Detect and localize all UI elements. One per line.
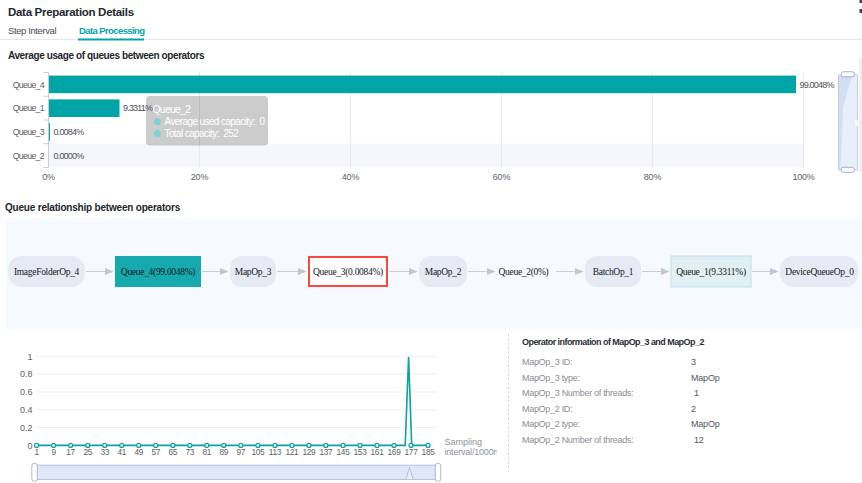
svg-text:Queue_1(9.3311%): Queue_1(9.3311%) [676, 267, 746, 278]
svg-text:Sampling: Sampling [445, 437, 483, 447]
svg-text:9: 9 [51, 447, 56, 457]
svg-text:1: 1 [27, 352, 32, 362]
svg-text:Queue_4: Queue_4 [13, 80, 45, 90]
svg-text:Queue_3: Queue_3 [13, 127, 45, 137]
svg-text:33: 33 [100, 447, 109, 457]
svg-text:20%: 20% [191, 172, 209, 182]
svg-text:3: 3 [691, 357, 696, 367]
svg-text:0.6: 0.6 [20, 387, 33, 397]
svg-text:81: 81 [202, 447, 211, 457]
svg-text:137: 137 [319, 447, 333, 457]
svg-text:Queue_4(99.0048%): Queue_4(99.0048%) [121, 267, 195, 278]
svg-text:153: 153 [354, 447, 368, 457]
svg-text:Total capacity: 252: Total capacity: 252 [165, 128, 240, 139]
svg-text:Queue_2: Queue_2 [153, 103, 192, 115]
svg-text:MapOp_3 ID:: MapOp_3 ID: [522, 357, 572, 367]
svg-text:Average used capacity: 0: Average used capacity: 0 [165, 116, 266, 127]
svg-text:0.4: 0.4 [20, 405, 33, 415]
svg-text:17: 17 [66, 447, 75, 457]
svg-text:113: 113 [269, 447, 282, 457]
svg-text:73: 73 [185, 447, 194, 457]
svg-text:MapOp_3 type:: MapOp_3 type: [522, 373, 580, 383]
svg-text:129: 129 [302, 447, 316, 457]
svg-text:MapOp_2: MapOp_2 [425, 267, 462, 277]
svg-text:60%: 60% [493, 172, 511, 182]
svg-text:Data Processing: Data Processing [79, 25, 145, 36]
svg-text:Step Interval: Step Interval [8, 25, 56, 36]
svg-text:Data Preparation Details: Data Preparation Details [8, 6, 134, 18]
svg-text:80%: 80% [644, 172, 662, 182]
svg-text:145: 145 [337, 447, 351, 457]
svg-text:DeviceQueueOp_0: DeviceQueueOp_0 [785, 267, 854, 277]
svg-text:Queue_3(0.0084%): Queue_3(0.0084%) [313, 267, 383, 278]
svg-text:97: 97 [236, 447, 245, 457]
svg-text:MapOp_2 Number of threads:: MapOp_2 Number of threads: [522, 435, 633, 445]
svg-text:0%: 0% [42, 172, 55, 182]
svg-text:MapOp_3 Number of threads:: MapOp_3 Number of threads: [522, 388, 633, 398]
svg-text:MapOp_2 ID:: MapOp_2 ID: [522, 404, 572, 414]
svg-text:57: 57 [151, 447, 160, 457]
svg-text:0.8: 0.8 [20, 369, 33, 379]
svg-text:ImageFolderOp_4: ImageFolderOp_4 [14, 267, 80, 277]
svg-text:1: 1 [694, 388, 699, 398]
svg-text:Operator information of MapOp_: Operator information of MapOp_3 and MapO… [522, 337, 704, 347]
svg-text:MapOp: MapOp [691, 419, 720, 429]
svg-text:12: 12 [694, 435, 704, 445]
svg-text:99.0048%: 99.0048% [800, 80, 835, 90]
svg-text:177: 177 [405, 447, 419, 457]
svg-text:MapOp: MapOp [691, 373, 720, 383]
svg-text:MapOp_3: MapOp_3 [235, 267, 272, 277]
svg-text:25: 25 [83, 447, 92, 457]
svg-text:169: 169 [388, 447, 402, 457]
svg-text:0: 0 [27, 441, 32, 451]
svg-text:0.0084%: 0.0084% [54, 127, 85, 137]
svg-text:40%: 40% [342, 172, 360, 182]
svg-text:interval/1000ms: interval/1000ms [445, 447, 506, 457]
svg-text:Queue_2(0%): Queue_2(0%) [499, 267, 549, 278]
svg-text:MapOp_2 type:: MapOp_2 type: [522, 419, 580, 429]
svg-text:BatchOp_1: BatchOp_1 [593, 267, 634, 277]
svg-text:105: 105 [251, 447, 265, 457]
svg-text:100%: 100% [792, 172, 814, 182]
svg-text:65: 65 [168, 447, 177, 457]
svg-text:49: 49 [134, 447, 143, 457]
svg-text:Average usage of queues betwee: Average usage of queues between operator… [8, 50, 205, 61]
svg-text:41: 41 [117, 447, 126, 457]
svg-text:185: 185 [422, 447, 436, 457]
svg-text:89: 89 [219, 447, 228, 457]
svg-text:121: 121 [285, 447, 299, 457]
svg-text:Queue_1: Queue_1 [13, 103, 45, 113]
svg-text:0.2: 0.2 [20, 423, 33, 433]
svg-text:Queue relationship between ope: Queue relationship between operators [5, 202, 181, 213]
svg-text:161: 161 [371, 447, 385, 457]
svg-text:0.0000%: 0.0000% [54, 151, 85, 161]
svg-text:1: 1 [34, 447, 39, 457]
svg-text:Queue_2: Queue_2 [13, 151, 45, 161]
svg-text:2: 2 [691, 404, 696, 414]
